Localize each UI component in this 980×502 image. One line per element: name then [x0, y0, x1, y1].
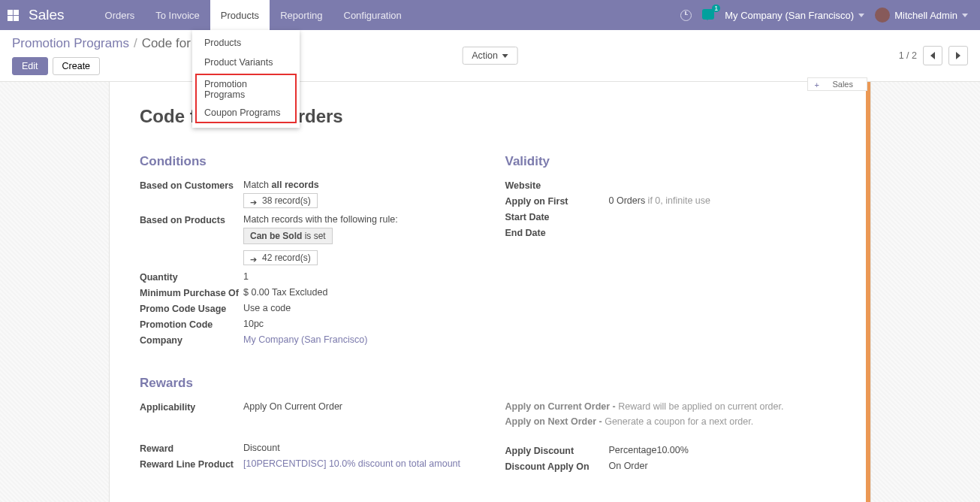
dd-promotion-programs[interactable]: Promotion Programs: [197, 75, 295, 104]
breadcrumb-root[interactable]: Promotion Programs: [12, 36, 129, 51]
section-validity: Validity: [505, 154, 841, 169]
label-end-date: End Date: [505, 227, 609, 238]
validity-column: Validity Website Apply on First 0 Orders…: [505, 154, 841, 350]
nav-configuration[interactable]: Configuration: [333, 0, 412, 30]
company-name: My Company (San Francisco): [725, 10, 854, 21]
nav-to-invoice[interactable]: To Invoice: [145, 0, 210, 30]
dd-product-variants[interactable]: Product Variants: [192, 53, 300, 72]
label-quantity: Quantity: [140, 271, 243, 283]
arrow-right-icon: [250, 254, 258, 262]
label-reward: Reward: [140, 443, 243, 454]
dd-highlight-box: Promotion Programs Coupon Programs: [195, 74, 297, 123]
status-ribbon: [866, 82, 870, 502]
value-applicability: Apply On Current Order: [243, 401, 475, 412]
value-min-purchase: $ 0.00 Tax Excluded: [243, 287, 475, 298]
pager-prev-button[interactable]: [923, 46, 942, 65]
discuss-icon[interactable]: 1: [702, 9, 714, 22]
form-background: + Sales Code for 10% on orders Condition…: [0, 82, 980, 502]
value-promo-code: 10pc: [243, 319, 475, 329]
main-navbar: Sales Orders To Invoice Products Reporti…: [0, 0, 980, 30]
label-based-products: Based on Products: [140, 214, 243, 225]
records-42-button[interactable]: 42 record(s): [243, 250, 318, 265]
value-promo-usage: Use a code: [243, 303, 475, 313]
value-reward: Discount: [243, 443, 475, 453]
pager: 1 / 2: [899, 46, 968, 65]
records-38-button[interactable]: 38 record(s): [243, 193, 318, 208]
value-quantity: 1: [243, 271, 475, 282]
nav-products[interactable]: Products: [210, 0, 270, 30]
chevron-down-icon: [502, 54, 508, 58]
stat-button-sales[interactable]: + Sales: [807, 77, 867, 91]
stat-label: Sales: [832, 80, 853, 89]
pager-range: 1 / 2: [899, 50, 917, 61]
create-button[interactable]: Create: [53, 57, 101, 75]
activity-icon[interactable]: [680, 10, 692, 21]
action-button[interactable]: Action: [462, 47, 518, 65]
value-discount-apply-on: On Order: [609, 461, 841, 471]
dd-coupon-programs[interactable]: Coupon Programs: [197, 104, 295, 122]
nav-right: 1 My Company (San Francisco) Mitchell Ad…: [680, 8, 980, 23]
section-rewards: Rewards: [140, 376, 840, 391]
section-conditions: Conditions: [140, 154, 475, 169]
label-promo-usage: Promo Code Usage: [140, 303, 243, 314]
value-company-link[interactable]: My Company (San Francisco): [243, 334, 475, 345]
company-switcher[interactable]: My Company (San Francisco): [725, 10, 864, 21]
value-apply-first: 0 Orders if 0, infinite use: [609, 195, 841, 206]
products-dropdown: Products Product Variants Promotion Prog…: [192, 30, 300, 128]
arrow-right-icon: [250, 197, 258, 204]
pager-next-button[interactable]: [948, 46, 968, 65]
chevron-down-icon: [962, 14, 968, 17]
label-reward-line: Reward Line Product: [140, 458, 243, 470]
breadcrumb-sep: /: [134, 36, 137, 51]
action-label: Action: [472, 50, 498, 61]
match-rule-text: Match records with the following rule:: [243, 214, 398, 225]
user-menu[interactable]: Mitchell Admin: [875, 8, 968, 23]
label-apply-first: Apply on First: [505, 195, 609, 207]
value-reward-line-link[interactable]: [10PERCENTDISC] 10.0% discount on total …: [243, 458, 475, 469]
user-name: Mitchell Admin: [894, 10, 957, 21]
edit-button[interactable]: Edit: [12, 57, 48, 75]
label-based-customers: Based on Customers: [140, 180, 243, 191]
label-min-purchase: Minimum Purchase Of: [140, 287, 243, 298]
nav-reporting[interactable]: Reporting: [270, 0, 333, 30]
label-discount-apply-on: Discount Apply On: [505, 461, 609, 472]
nav-menu: Orders To Invoice Products Reporting Con…: [95, 0, 412, 30]
chevron-right-icon: [956, 52, 960, 59]
avatar: [875, 8, 890, 23]
help-text-next: Apply on Next Order - Generate a coupon …: [505, 416, 841, 427]
chevron-down-icon: [858, 14, 864, 17]
label-start-date: Start Date: [505, 211, 609, 222]
match-text: Match all records: [243, 180, 319, 190]
rule-tag: Can be Sold is set: [243, 228, 333, 244]
rewards-left-column: Applicability Apply On Current Order Rew…: [140, 401, 475, 476]
apps-icon[interactable]: [8, 9, 20, 21]
label-applicability: Applicability: [140, 401, 243, 413]
label-apply-discount: Apply Discount: [505, 445, 609, 456]
value-apply-discount: Percentage10.00%: [609, 445, 841, 455]
help-text-current: Apply on Current Order - Reward will be …: [505, 401, 841, 412]
control-panel: Promotion Programs / Code for 10 Edit Cr…: [0, 30, 980, 82]
form-sheet: + Sales Code for 10% on orders Condition…: [109, 82, 871, 502]
conditions-column: Conditions Based on Customers Match all …: [140, 154, 475, 350]
rewards-right-column: Apply on Current Order - Reward will be …: [505, 401, 841, 476]
plus-icon: +: [814, 80, 819, 89]
label-promo-code: Promotion Code: [140, 319, 243, 330]
dd-products[interactable]: Products: [192, 33, 300, 53]
label-website: Website: [505, 180, 609, 191]
discuss-count-badge: 1: [712, 5, 720, 12]
app-brand[interactable]: Sales: [29, 7, 65, 23]
label-company: Company: [140, 334, 243, 346]
breadcrumb: Promotion Programs / Code for 10: [12, 36, 208, 51]
nav-orders[interactable]: Orders: [95, 0, 146, 30]
chevron-left-icon: [930, 52, 935, 59]
